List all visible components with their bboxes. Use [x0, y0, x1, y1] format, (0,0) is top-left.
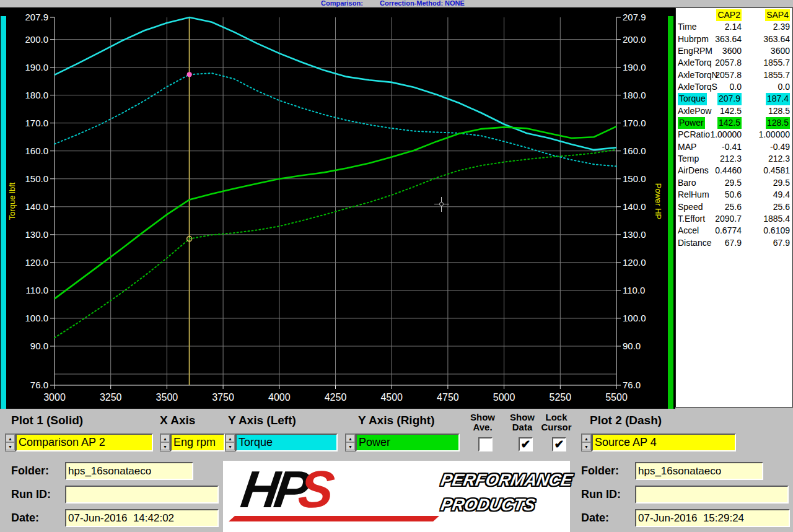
plot2-spinner[interactable]: ▲▼: [581, 434, 592, 451]
table-row: RelHum50.649.4: [676, 189, 792, 201]
svg-text:200.0: 200.0: [623, 34, 646, 45]
plot2-date-field[interactable]: 07-Jun-2016 15:29:24: [635, 509, 790, 527]
table-row: AxleTorq2057.81855.7: [676, 57, 792, 69]
svg-text:200.0: 200.0: [25, 34, 48, 45]
plot2-select[interactable]: Source AP 4: [592, 434, 736, 451]
svg-text:3750: 3750: [212, 392, 234, 403]
comparison-label: Comparison:: [321, 0, 363, 7]
svg-text:4000: 4000: [268, 392, 291, 403]
logo-products-text: PRODUCTS: [439, 495, 537, 515]
svg-text:4250: 4250: [325, 392, 347, 403]
spinner-down-icon[interactable]: ▼: [346, 442, 355, 450]
spinner-down-icon[interactable]: ▼: [160, 442, 170, 450]
svg-text:207.9: 207.9: [25, 12, 48, 22]
plot1-date-field[interactable]: 07-Jun-2016 14:42:02: [65, 509, 219, 527]
spinner-down-icon[interactable]: ▼: [226, 442, 235, 450]
show-ave-checkbox[interactable]: [478, 437, 493, 451]
svg-text:150.0: 150.0: [25, 173, 48, 184]
table-row: AxlePow142.5128.5: [676, 105, 792, 117]
correction-method-label: Correction-Method: NONE: [380, 0, 465, 7]
svg-text:3000: 3000: [43, 392, 66, 403]
plot2-folder-field[interactable]: hps_16sonataeco: [635, 462, 763, 480]
table-row: AxleTorqS0.00.0: [676, 81, 792, 93]
svg-text:5500: 5500: [605, 392, 628, 403]
spinner-up-icon[interactable]: ▲: [226, 434, 235, 442]
yleft-spinner[interactable]: ▲▼: [225, 434, 235, 451]
svg-text:120.0: 120.0: [623, 257, 646, 268]
table-row: AxleTorqN2057.81855.7: [676, 69, 792, 81]
plot2-date-label: Date:: [581, 512, 609, 525]
svg-text:76.0: 76.0: [30, 380, 48, 390]
spinner-up-icon[interactable]: ▲: [346, 434, 355, 442]
xaxis-combo: ▲▼ Eng rpm: [160, 434, 227, 453]
spinner-up-icon[interactable]: ▲: [582, 434, 591, 442]
svg-text:120.0: 120.0: [25, 257, 48, 268]
table-row: T.Effort2090.71885.4: [676, 213, 792, 225]
table-header-row: CAP2 SAP4: [676, 9, 792, 21]
svg-text:140.0: 140.0: [623, 201, 646, 212]
table-row: MAP-0.41-0.49: [676, 141, 792, 153]
svg-text:100.0: 100.0: [25, 313, 48, 323]
table-row: Time2.142.39: [676, 21, 792, 33]
plot1-date-label: Date:: [11, 512, 39, 525]
svg-text:150.0: 150.0: [623, 173, 646, 184]
svg-text:207.9: 207.9: [623, 12, 646, 22]
table-row: AirDens0.44600.4581: [676, 165, 792, 177]
yleft-select[interactable]: Torque: [235, 434, 338, 451]
svg-text:130.0: 130.0: [25, 229, 48, 240]
spinner-up-icon[interactable]: ▲: [160, 434, 170, 442]
table-row: Power142.5128.5: [676, 117, 792, 129]
spinner-up-icon[interactable]: ▲: [6, 434, 15, 442]
plot1-folder-field[interactable]: hps_16sonataeco: [65, 462, 193, 480]
lock-cursor-label: LockCursor: [538, 412, 574, 432]
plot2-label: Plot 2 (Dash): [590, 414, 662, 427]
lock-cursor-checkbox[interactable]: ✔: [552, 437, 566, 451]
table-row: Temp212.3212.3: [676, 153, 792, 165]
xaxis-label: X Axis: [160, 414, 195, 427]
xaxis-spinner[interactable]: ▲▼: [160, 434, 170, 451]
plot1-spinner[interactable]: ▲▼: [5, 434, 15, 451]
right-axis-color-stripe: [668, 16, 673, 414]
plot1-select[interactable]: Comparison AP 2: [15, 434, 153, 451]
svg-text:4500: 4500: [380, 392, 403, 403]
yright-spinner[interactable]: ▲▼: [345, 434, 356, 451]
svg-text:90.0: 90.0: [623, 341, 641, 351]
hps-swoosh-icon: [229, 516, 439, 521]
live-data-panel: CAP2 SAP4 Time2.142.39Hubrpm363.64363.64…: [675, 7, 793, 408]
svg-text:170.0: 170.0: [623, 118, 646, 128]
yleft-label: Y Axis (Left): [228, 414, 296, 427]
logo-performance-text: PERFORMANCE: [439, 471, 574, 490]
show-data-label: ShowData: [504, 412, 540, 432]
dyno-chart: 76.076.090.090.0100.0100.0110.0110.0120.…: [0, 7, 675, 409]
svg-text:170.0: 170.0: [25, 118, 48, 128]
table-row: EngRPM36003600: [676, 45, 792, 57]
hps-letters: HPS: [237, 458, 334, 520]
table-row: Speed25.625.6: [676, 201, 792, 213]
hps-logo: HPS PERFORMANCE PRODUCTS: [223, 461, 570, 532]
table-row: Hubrpm363.64363.64: [676, 33, 792, 45]
plot2-combo: ▲▼ Source AP 4: [581, 434, 737, 453]
plot2-runid-label: Run ID:: [581, 488, 621, 501]
svg-text:180.0: 180.0: [25, 90, 48, 100]
svg-text:180.0: 180.0: [623, 90, 646, 100]
yright-combo: ▲▼ Power: [345, 434, 462, 453]
svg-text:5000: 5000: [493, 392, 515, 403]
svg-text:3500: 3500: [156, 392, 178, 403]
svg-text:5250: 5250: [550, 392, 572, 403]
title-bar: Comparison: Correction-Method: NONE: [0, 0, 793, 7]
xaxis-select[interactable]: Eng rpm: [170, 434, 225, 451]
svg-text:4750: 4750: [437, 392, 459, 403]
svg-text:140.0: 140.0: [25, 201, 48, 212]
show-data-checkbox[interactable]: ✔: [519, 437, 533, 451]
svg-text:3250: 3250: [100, 392, 122, 403]
svg-text:160.0: 160.0: [25, 146, 48, 156]
spinner-down-icon[interactable]: ▼: [6, 442, 15, 450]
plot1-runid-field[interactable]: [65, 486, 219, 504]
svg-text:Power HP: Power HP: [654, 183, 663, 220]
spinner-down-icon[interactable]: ▼: [582, 442, 591, 450]
svg-text:130.0: 130.0: [623, 229, 646, 240]
plot1-label: Plot 1 (Solid): [11, 414, 83, 427]
table-row: Accel0.67740.6109: [676, 225, 792, 237]
plot2-runid-field[interactable]: [635, 486, 789, 504]
yright-select[interactable]: Power: [356, 434, 460, 451]
